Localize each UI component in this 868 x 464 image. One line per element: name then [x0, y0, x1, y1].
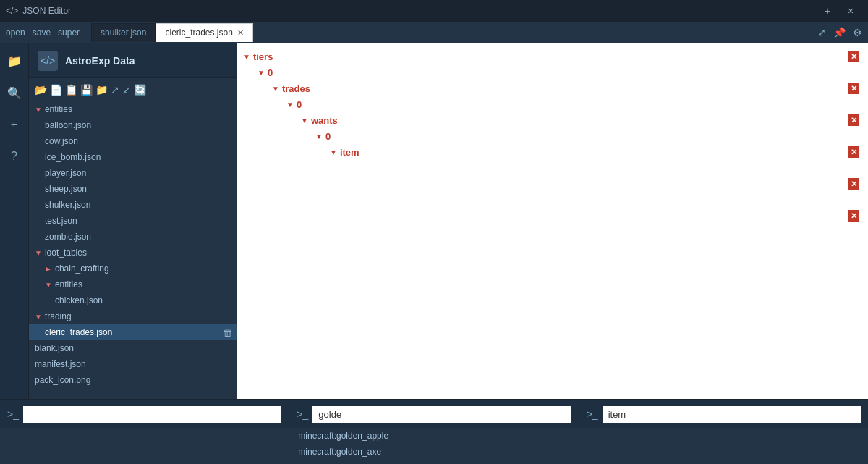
maximize-button[interactable]: + — [816, 0, 839, 22]
toolbar-super[interactable]: super — [58, 28, 80, 38]
json-node-item[interactable]: ▼ item — [243, 145, 862, 161]
tab-shulker-label: shulker.json — [101, 28, 146, 38]
autocomplete-list-2: minecraft:golden_apple minecraft:golden_… — [289, 428, 578, 464]
sidebar-item-blank[interactable]: blank.json — [29, 340, 237, 356]
panel-3-input[interactable] — [603, 406, 861, 423]
json-node-wants[interactable]: ▼ wants — [243, 113, 862, 129]
toolbar-save[interactable]: save — [33, 28, 51, 38]
bottom-panel-1: >_ — [0, 400, 289, 464]
minimize-button[interactable]: – — [793, 0, 816, 22]
panel-1-prompt: >_ — [0, 400, 289, 428]
sidebar-item-loot-entities[interactable]: ▼ entities — [29, 277, 237, 292]
autocomplete-item-golden-axe[interactable]: minecraft:golden_axe — [289, 444, 578, 460]
toolbar-icon-new-file[interactable]: 📄 — [50, 84, 62, 96]
toolbar-icon-save2[interactable]: 💾 — [80, 84, 93, 96]
0a-toggle[interactable]: ▼ — [258, 65, 265, 81]
panel-1-input[interactable] — [23, 406, 281, 423]
wants-delete[interactable]: ✕ — [848, 178, 859, 190]
trades-key: trades — [282, 81, 310, 97]
bottom-panel-2: >_ minecraft:golden_apple minecraft:gold… — [289, 400, 579, 464]
sidebar-icon-add[interactable]: + — [3, 113, 26, 136]
sidebar-item-chain-crafting[interactable]: ► chain_crafting — [29, 261, 237, 277]
sidebar: </> AstroExp Data 📂 📄 📋 💾 📁 ↗ ↙ 🔄 ▼ enti… — [29, 43, 237, 399]
sidebar-item-trading[interactable]: ▼ trading — [29, 308, 237, 324]
sidebar-item-ice-bomb[interactable]: ice_bomb.json — [29, 149, 237, 165]
panel-1-prompt-symbol: >_ — [7, 408, 19, 420]
loot-entities-toggle: ▼ — [45, 281, 52, 289]
sidebar-item-shulker[interactable]: shulker.json — [29, 197, 237, 213]
main-layout: 📁 🔍 + ? </> AstroExp Data 📂 📄 📋 💾 📁 ↗ ↙ … — [0, 43, 868, 399]
sidebar-item-manifest[interactable]: manifest.json — [29, 356, 237, 372]
window-title: JSON Editor — [22, 6, 71, 16]
json-node-trades[interactable]: ▼ trades — [243, 81, 862, 97]
wants-key: wants — [311, 113, 338, 129]
0a-key: 0 — [268, 65, 273, 81]
sidebar-tree: ▼ entities balloon.json cow.json ice_bom… — [29, 101, 237, 388]
tiers-toggle[interactable]: ▼ — [243, 49, 250, 65]
autocomplete-item-golden-boots[interactable]: minecraft:golden_boots — [289, 460, 578, 464]
chain-crafting-toggle: ► — [45, 265, 52, 273]
bottom-panel-3: >_ — [579, 400, 868, 464]
sidebar-icon-help[interactable]: ? — [3, 145, 26, 168]
panel-2-prompt: >_ — [289, 400, 578, 428]
sidebar-icon-search[interactable]: 🔍 — [3, 81, 26, 104]
tab-cleric[interactable]: cleric_trades.json ✕ — [156, 23, 252, 42]
delete-icon[interactable]: 🗑 — [223, 327, 237, 338]
toolbar-icon-folder2[interactable]: 📁 — [95, 84, 108, 96]
0b-key: 0 — [297, 97, 302, 113]
trading-toggle: ▼ — [35, 313, 42, 321]
toolbar-expand-icon[interactable]: ⤢ — [817, 27, 826, 38]
panel-2-input[interactable] — [312, 406, 571, 423]
toolbar-settings-icon[interactable]: ⚙ — [853, 27, 862, 38]
json-node-tiers[interactable]: ▼ tiers — [243, 49, 862, 65]
item-toggle[interactable]: ▼ — [330, 145, 337, 161]
json-node-0b[interactable]: ▼ 0 — [243, 97, 862, 113]
0c-toggle[interactable]: ▼ — [315, 129, 323, 145]
tabs-bar: open save super shulker.json cleric_trad… — [0, 22, 868, 43]
wants-toggle[interactable]: ▼ — [301, 113, 308, 129]
toolbar-icon-refresh[interactable]: 🔄 — [134, 84, 146, 96]
item-key: item — [340, 145, 359, 161]
json-node-0a[interactable]: ▼ 0 — [243, 65, 862, 81]
json-tree: ▼ tiers ✕ ▼ 0 ✕ ▼ trades ✕ — [237, 43, 868, 399]
toolbar-icon-copy[interactable]: 📋 — [65, 84, 77, 96]
title-left: </> JSON Editor — [6, 6, 71, 16]
tab-cleric-close[interactable]: ✕ — [237, 28, 244, 38]
autocomplete-item-golden-apple[interactable]: minecraft:golden_apple — [289, 428, 578, 444]
toolbar-icon-collapse[interactable]: ↙ — [122, 84, 131, 96]
sidebar-icon-folder[interactable]: 📁 — [3, 49, 26, 72]
loot-tables-toggle: ▼ — [35, 249, 42, 257]
sidebar-item-player[interactable]: player.json — [29, 165, 237, 181]
sidebar-item-loot-tables[interactable]: ▼ loot_tables — [29, 245, 237, 261]
content-area: ▼ tiers ✕ ▼ 0 ✕ ▼ trades ✕ — [237, 43, 868, 399]
trades-toggle[interactable]: ▼ — [272, 81, 279, 97]
sidebar-toolbar: 📂 📄 📋 💾 📁 ↗ ↙ 🔄 — [29, 78, 237, 101]
sidebar-item-cow[interactable]: cow.json — [29, 133, 237, 149]
tiers-key: tiers — [253, 49, 273, 65]
entities-label: entities — [45, 104, 72, 114]
window-controls: – + × — [793, 0, 862, 22]
sidebar-item-chicken[interactable]: chicken.json — [29, 292, 237, 308]
sidebar-item-cleric-trades[interactable]: cleric_trades.json 🗑 — [29, 324, 237, 340]
app-icon: </> — [6, 6, 18, 16]
0b-toggle[interactable]: ▼ — [286, 97, 294, 113]
sidebar-header: </> AstroExp Data — [29, 43, 237, 78]
0c-delete[interactable]: ✕ — [848, 210, 859, 222]
tiers-delete[interactable]: ✕ — [848, 51, 859, 62]
sidebar-item-pack-icon[interactable]: pack_icon.png — [29, 372, 237, 388]
sidebar-item-zombie[interactable]: zombie.json — [29, 229, 237, 245]
panel-3-prompt: >_ — [579, 400, 868, 428]
tab-shulker[interactable]: shulker.json — [91, 23, 156, 42]
json-node-0c[interactable]: ▼ 0 — [243, 129, 862, 145]
toolbar-icon-open-folder[interactable]: 📂 — [35, 84, 47, 96]
sidebar-item-balloon[interactable]: balloon.json — [29, 117, 237, 133]
sidebar-item-sheep[interactable]: sheep.json — [29, 181, 237, 197]
toolbar-pin-icon[interactable]: 📌 — [833, 27, 846, 38]
toolbar-open[interactable]: open — [6, 28, 25, 38]
toolbar-icon-expand[interactable]: ↗ — [111, 84, 119, 96]
close-button[interactable]: × — [839, 0, 862, 22]
title-bar: </> JSON Editor – + × — [0, 0, 868, 22]
sidebar-item-entities-section[interactable]: ▼ entities — [29, 101, 237, 117]
panel-3-prompt-symbol: >_ — [587, 408, 598, 420]
sidebar-item-test[interactable]: test.json — [29, 213, 237, 229]
